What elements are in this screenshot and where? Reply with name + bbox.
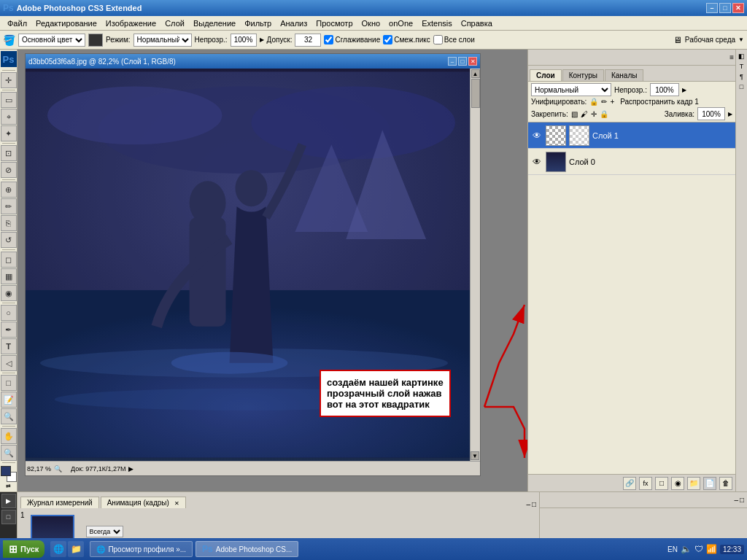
new-layer-btn[interactable]: 📄	[703, 477, 716, 490]
bottom-expand[interactable]: □	[532, 500, 536, 508]
delete-layer-btn[interactable]: 🗑	[719, 477, 732, 490]
doc-close[interactable]: ✕	[468, 57, 477, 66]
bottom-right-minimize[interactable]: –	[734, 496, 738, 504]
tab-paths[interactable]: Контуры	[562, 69, 604, 81]
lock-transparent[interactable]: ▧	[571, 110, 578, 118]
tool-notes[interactable]: 📝	[1, 392, 17, 408]
tool-path[interactable]: ◁	[1, 355, 17, 371]
menu-help[interactable]: Справка	[457, 18, 497, 29]
menu-image[interactable]: Изображение	[101, 18, 160, 29]
smooth-label[interactable]: Сглаживание	[324, 35, 380, 44]
ql-icon-2[interactable]: 📁	[68, 541, 84, 557]
tool-brush[interactable]: ✏	[1, 198, 17, 214]
scroll-down[interactable]: ▼	[471, 451, 479, 460]
bottom-right-expand[interactable]: □	[740, 496, 744, 504]
layer-mode-select[interactable]: Нормальный	[531, 83, 611, 96]
taskbar-item-photoshop[interactable]: Ps Adobe Photoshop CS...	[196, 541, 298, 557]
ql-icon-1[interactable]: 🌐	[50, 541, 66, 557]
mini-tool-1[interactable]: ◧	[737, 51, 747, 61]
menu-file[interactable]: Файл	[3, 18, 31, 29]
start-button[interactable]: ⊞ Пуск	[3, 540, 44, 558]
minimize-button[interactable]: –	[706, 3, 718, 13]
doc-arrow[interactable]: ▶	[128, 465, 133, 472]
scroll-up[interactable]: ▲	[471, 69, 480, 78]
mini-tool-3[interactable]: ¶	[737, 71, 747, 82]
scroll-thumb[interactable]	[471, 79, 480, 108]
mini-tool-4[interactable]: □	[737, 82, 747, 92]
menu-analysis[interactable]: Анализ	[276, 18, 311, 29]
tool-heal[interactable]: ⊕	[1, 182, 17, 198]
maximize-button[interactable]: □	[719, 3, 731, 13]
mode-select[interactable]: Нормальный	[133, 34, 192, 47]
menu-onone[interactable]: onOne	[384, 18, 417, 29]
doc-minimize[interactable]: –	[448, 57, 457, 66]
tab-animation[interactable]: Анимация (кадры) ✕	[101, 497, 186, 508]
lock-image[interactable]: 🖌	[581, 110, 588, 118]
panel-options-icon[interactable]: ≡	[729, 53, 734, 61]
tool-hand[interactable]: ✋	[1, 428, 17, 444]
close-button[interactable]: ✕	[732, 3, 744, 13]
doc-scrollbar-right[interactable]: ▲ ▼	[470, 69, 480, 461]
tool-lasso[interactable]: ⌖	[1, 109, 17, 125]
bottom-tool-1[interactable]: ▶	[1, 494, 16, 508]
tool-gradient[interactable]: ▦	[1, 268, 17, 284]
all-layers-label[interactable]: Все слои	[433, 35, 475, 44]
tab-journal[interactable]: Журнал измерений	[20, 497, 99, 508]
layer-opacity-arrow[interactable]: ▶	[682, 87, 686, 93]
unify-icon1[interactable]: 🔒	[589, 98, 598, 106]
color-swatch[interactable]	[1, 466, 17, 482]
swap-colors[interactable]: ⇄	[6, 483, 11, 489]
lock-all[interactable]: 🔒	[600, 110, 608, 118]
unify-icon3[interactable]: +	[610, 98, 614, 106]
layer-opacity-input[interactable]	[650, 83, 679, 96]
tool-zoom[interactable]: 🔍	[1, 445, 17, 461]
tool-marquee[interactable]: ▭	[1, 92, 17, 108]
doc-maximize[interactable]: □	[458, 57, 467, 66]
tool-shape[interactable]: □	[1, 375, 17, 391]
animation-tab-close[interactable]: ✕	[174, 500, 179, 507]
tool-history-brush[interactable]: ↺	[1, 232, 17, 248]
new-group-btn[interactable]: 📁	[687, 477, 700, 490]
tool-eyedropper[interactable]: 🔍	[1, 408, 17, 424]
tool-magic-wand[interactable]: ✦	[1, 125, 17, 141]
menu-window[interactable]: Окно	[357, 18, 385, 29]
tool-pen[interactable]: ✒	[1, 322, 17, 338]
menu-extensis[interactable]: Extensis	[417, 18, 457, 29]
layer-item-0[interactable]: 👁 Слой 0	[528, 149, 735, 175]
link-layers-btn[interactable]: 🔗	[623, 477, 636, 490]
menu-filter[interactable]: Фильтр	[240, 18, 276, 29]
tab-channels[interactable]: Каналы	[605, 69, 644, 81]
loop-select[interactable]: Всегда	[86, 526, 123, 537]
bottom-tool-2[interactable]: □	[1, 510, 16, 524]
tolerance-input[interactable]	[295, 34, 321, 47]
tool-crop[interactable]: ⊡	[1, 145, 17, 161]
tool-move[interactable]: ✛	[1, 72, 17, 88]
fill-arrow[interactable]: ▶	[728, 111, 732, 117]
tool-eraser[interactable]: ◻	[1, 252, 17, 268]
tool-dodge[interactable]: ○	[1, 305, 17, 321]
tool-blur[interactable]: ◉	[1, 285, 17, 301]
tool-preset-select[interactable]: Основной цвет	[18, 34, 85, 47]
menu-edit[interactable]: Редактирование	[31, 18, 101, 29]
layer-eye-1[interactable]: 👁	[531, 130, 543, 141]
opacity-input[interactable]	[231, 34, 257, 47]
add-mask-btn[interactable]: □	[655, 477, 668, 490]
tool-type[interactable]: T	[1, 338, 17, 354]
taskbar-item-browser[interactable]: 🌐 Просмотр профиля »...	[90, 541, 193, 557]
tab-layers[interactable]: Слои	[530, 69, 562, 81]
workspace-arrow[interactable]: ▼	[738, 36, 744, 43]
mini-tool-2[interactable]: T	[737, 61, 747, 71]
tool-stamp[interactable]: ⎘	[1, 215, 17, 231]
contiguous-label[interactable]: Смеж.пикс	[383, 35, 430, 44]
menu-view[interactable]: Просмотр	[311, 18, 357, 29]
bottom-minimize[interactable]: –	[526, 500, 530, 508]
tool-slice[interactable]: ⊘	[1, 162, 17, 178]
lock-position[interactable]: ✛	[591, 110, 597, 118]
unify-icon2[interactable]: ✏	[601, 98, 607, 106]
adjustment-btn[interactable]: ◉	[671, 477, 684, 490]
menu-layer[interactable]: Слой	[160, 18, 189, 29]
fill-input[interactable]	[697, 107, 725, 120]
fx-btn[interactable]: fx	[639, 477, 652, 490]
layer-item-1[interactable]: 👁 Слой 1	[528, 122, 735, 149]
opacity-arrow[interactable]: ▶	[260, 36, 264, 43]
